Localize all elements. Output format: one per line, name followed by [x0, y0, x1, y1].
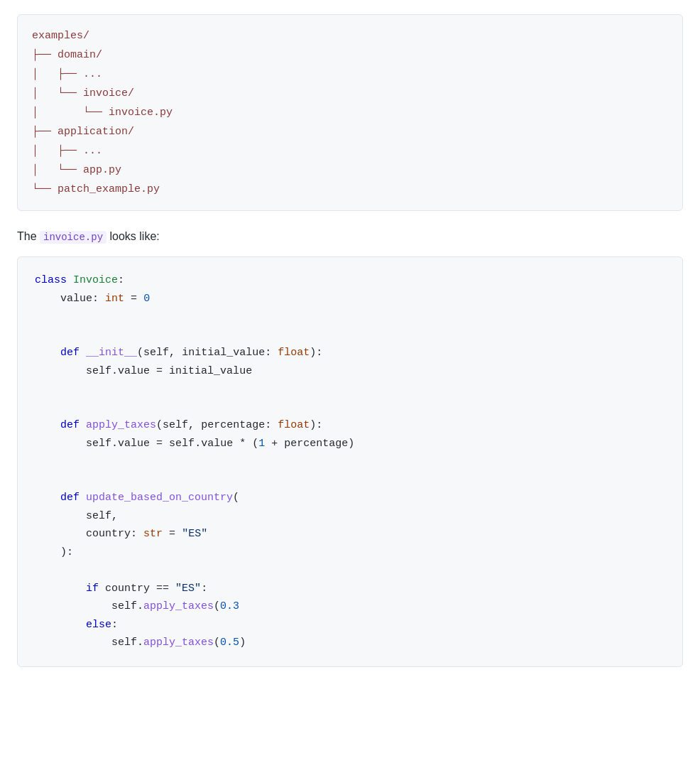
code-line-empty7 — [35, 561, 665, 580]
tree-line-4: │ └── invoice.py — [32, 103, 668, 122]
tree-line-1: ├── domain/ — [32, 45, 668, 65]
code-line-update-close: ): — [35, 543, 665, 562]
description-prefix: The — [17, 230, 40, 242]
tree-line-3: │ └── invoice/ — [32, 84, 668, 103]
code-line-empty5 — [35, 453, 665, 471]
code-line-value: value: int = 0 — [35, 290, 665, 308]
code-line-empty6 — [35, 471, 665, 489]
tree-line-6: │ ├── ... — [32, 141, 668, 161]
code-block: class Invoice: value: int = 0 def __init… — [17, 256, 683, 667]
tree-line-8: └── patch_example.py — [32, 180, 668, 199]
tree-line-7: │ └── app.py — [32, 161, 668, 180]
code-line-empty2 — [35, 326, 665, 345]
code-line-if-body: self.apply_taxes(0.3 — [35, 597, 665, 616]
description-paragraph: The invoice.py looks like: — [17, 228, 683, 245]
code-line-init-def: def __init__(self, initial_value: float)… — [35, 344, 665, 362]
code-line-taxes-body: self.value = self.value * (1 + percentag… — [35, 435, 665, 453]
code-line-class: class Invoice: — [35, 271, 665, 290]
code-line-update-def: def update_based_on_country( — [35, 489, 665, 507]
tree-line-root: examples/ — [32, 26, 668, 45]
description-inline-code: invoice.py — [40, 231, 106, 244]
code-line-empty4 — [35, 399, 665, 417]
code-line-empty3 — [35, 380, 665, 399]
description-suffix: looks like: — [106, 230, 160, 242]
code-line-if: if country == "ES": — [35, 580, 665, 598]
tree-line-2: │ ├── ... — [32, 65, 668, 84]
tree-line-5: ├── application/ — [32, 122, 668, 141]
code-line-else: else: — [35, 616, 665, 634]
code-line-else-body: self.apply_taxes(0.5) — [35, 634, 665, 652]
code-line-init-body: self.value = initial_value — [35, 362, 665, 381]
code-line-taxes-def: def apply_taxes(self, percentage: float)… — [35, 416, 665, 435]
file-tree-block: examples/ ├── domain/ │ ├── ... │ └── in… — [17, 14, 683, 211]
code-line-update-country: country: str = "ES" — [35, 525, 665, 543]
code-line-update-self: self, — [35, 507, 665, 526]
code-line-empty1 — [35, 308, 665, 326]
